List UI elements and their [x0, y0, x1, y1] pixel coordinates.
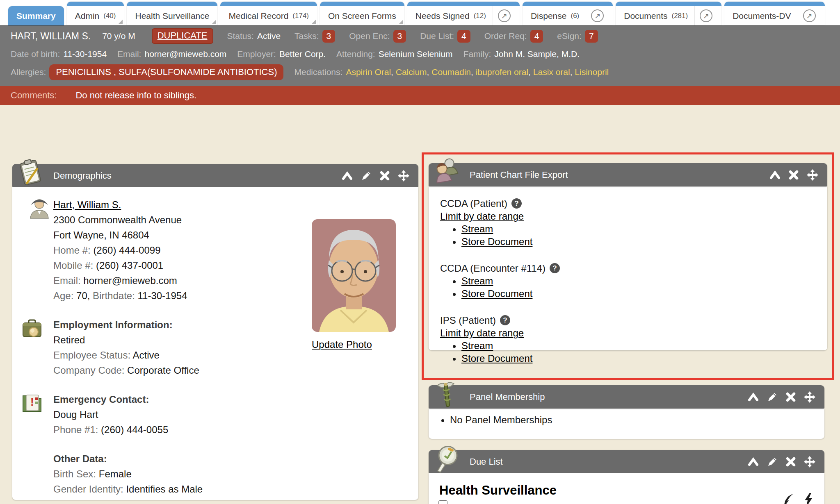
tab-accent: [320, 2, 404, 6]
tab-needs-signed[interactable]: Needs Signed(12) ↗: [407, 2, 520, 25]
close-icon[interactable]: [786, 457, 796, 467]
external-link-icon[interactable]: ↗: [591, 9, 604, 22]
clipboard-icon: [16, 158, 44, 187]
birth-sex-value: Female: [99, 468, 132, 479]
move-icon[interactable]: [804, 391, 815, 403]
divider: [694, 6, 695, 25]
patient-name-link[interactable]: Hart, William S.: [53, 199, 121, 210]
due-list-count-badge[interactable]: 4: [457, 30, 470, 43]
help-icon[interactable]: ?: [550, 263, 560, 273]
emergency-phone-value: (260) 444-0055: [101, 424, 168, 435]
external-link-icon[interactable]: ↗: [700, 9, 712, 22]
store-document-link[interactable]: Store Document: [461, 288, 532, 299]
medication-link[interactable]: Calcium: [396, 67, 432, 77]
email-label: Email:: [117, 49, 141, 59]
external-link-icon[interactable]: ↗: [498, 9, 511, 22]
stream-link[interactable]: Stream: [461, 275, 493, 286]
tab-accent: [127, 2, 217, 6]
help-icon[interactable]: ?: [500, 315, 510, 325]
medication-link[interactable]: Coumadin: [431, 67, 475, 77]
store-document-link[interactable]: Store Document: [461, 236, 532, 247]
company-code-label: Company Code:: [53, 365, 124, 376]
help-icon[interactable]: ?: [511, 198, 522, 209]
allergies-badge[interactable]: PENICILLINS , SULFA(SULFONAMIDE ANTIBIOT…: [49, 64, 283, 80]
panel-membership-body: No Panel Memberships: [429, 409, 824, 439]
status-label: Status:: [227, 31, 254, 41]
quill-icon[interactable]: [783, 493, 795, 504]
close-icon[interactable]: [380, 171, 390, 181]
export-heading: IPS (Patient): [440, 314, 496, 327]
move-icon[interactable]: [398, 170, 409, 182]
demographics-panel: Demographics Hart, William S. 2300 Commo…: [12, 164, 418, 500]
due-item-checkbox[interactable]: [438, 500, 447, 504]
panel-title: Demographics: [53, 170, 112, 181]
medication-link[interactable]: Lasix oral: [533, 67, 575, 77]
tasks-count-badge[interactable]: 3: [322, 30, 336, 43]
tab-admin[interactable]: Admin(40): [67, 2, 124, 25]
tab-label: Admin: [75, 11, 100, 21]
collapse-icon[interactable]: [748, 393, 759, 402]
close-icon[interactable]: [786, 392, 796, 402]
edit-icon[interactable]: [767, 392, 778, 402]
email-value: horner@mieweb.com: [83, 275, 177, 286]
birth-sex-label: Birth Sex:: [53, 468, 96, 479]
mobile-phone-value: (260) 437-0001: [96, 260, 163, 271]
edit-icon[interactable]: [767, 456, 778, 467]
tab-accent: [220, 2, 317, 6]
panel-title: Panel Membership: [470, 392, 545, 402]
close-icon[interactable]: [789, 170, 799, 180]
tab-health-surveillance[interactable]: Health Surveillance: [127, 2, 217, 25]
birthdate-value: 11-30-1954: [138, 290, 187, 301]
edit-icon[interactable]: [361, 170, 372, 181]
collapse-icon[interactable]: [342, 171, 353, 180]
tab-accent: [67, 2, 124, 6]
external-link-icon[interactable]: ↗: [803, 9, 816, 22]
divider: [798, 6, 798, 25]
chart-export-body: CCDA (Patient) ? Limit by date range Str…: [429, 186, 827, 350]
comments-value: Do not release info to siblings.: [75, 90, 196, 101]
highlight-outline: Patient Chart File Export CCDA (Patient)…: [422, 152, 834, 380]
medication-link[interactable]: Lisinopril: [575, 67, 609, 77]
store-document-link[interactable]: Store Document: [461, 353, 532, 364]
open-enc-count-badge[interactable]: 3: [393, 30, 406, 43]
stream-link[interactable]: Stream: [461, 223, 493, 234]
tab-documents-dv[interactable]: Documents-DV ↗: [724, 2, 824, 25]
esign-count-badge[interactable]: 7: [585, 30, 598, 43]
gender-identity-label: Gender Identity:: [53, 484, 123, 495]
medication-link[interactable]: Aspirin Oral: [346, 67, 395, 77]
export-section-ips-patient: IPS (Patient) ? Limit by date range Stre…: [440, 314, 827, 365]
move-icon[interactable]: [807, 169, 818, 181]
lightning-icon[interactable]: [804, 493, 813, 504]
order-req-count-badge[interactable]: 4: [530, 30, 543, 43]
tab-label: Needs Signed: [415, 11, 470, 21]
collapse-icon[interactable]: [748, 457, 759, 466]
company-code-value: Corporate Office: [127, 365, 199, 376]
tab-label: Documents: [624, 11, 667, 21]
stream-link[interactable]: Stream: [461, 340, 493, 351]
mobile-phone-label: Mobile #:: [53, 260, 93, 271]
tab-medical-record[interactable]: Medical Record(174): [220, 2, 317, 25]
magnifier-icon: [433, 444, 461, 473]
email-label: Email:: [53, 275, 81, 286]
gender-identity-value: Identifies as Male: [126, 484, 203, 495]
collapse-icon[interactable]: [769, 170, 781, 179]
person-icon: [29, 198, 50, 219]
due-list-panel: Due List Health Surveillance: [429, 450, 824, 504]
tab-on-screen-forms[interactable]: On Screen Forms: [320, 2, 404, 25]
move-icon[interactable]: [804, 456, 815, 468]
update-photo-link[interactable]: Update Photo: [312, 337, 372, 352]
tab-documents[interactable]: Documents(281) ↗: [616, 2, 721, 25]
dropdown-corner-icon: [118, 20, 123, 24]
divider: [586, 6, 586, 25]
tab-dispense[interactable]: Dispense(6) ↗: [523, 2, 613, 25]
family-label: Family:: [463, 49, 491, 59]
tab-label: Health Surveillance: [135, 11, 209, 21]
medications-list: Aspirin OralCalciumCoumadinibuprofen ora…: [346, 67, 609, 77]
limit-date-range-link[interactable]: Limit by date range: [440, 211, 524, 222]
family-value: John M. Sample, M.D.: [494, 49, 580, 59]
tab-summary[interactable]: Summary: [8, 6, 64, 25]
comments-banner: Comments: Do not release info to sibling…: [0, 86, 840, 105]
limit-date-range-link[interactable]: Limit by date range: [440, 327, 524, 338]
duplicate-badge[interactable]: DUPLICATE: [152, 28, 213, 44]
medication-link[interactable]: ibuprofen oral: [476, 67, 533, 77]
